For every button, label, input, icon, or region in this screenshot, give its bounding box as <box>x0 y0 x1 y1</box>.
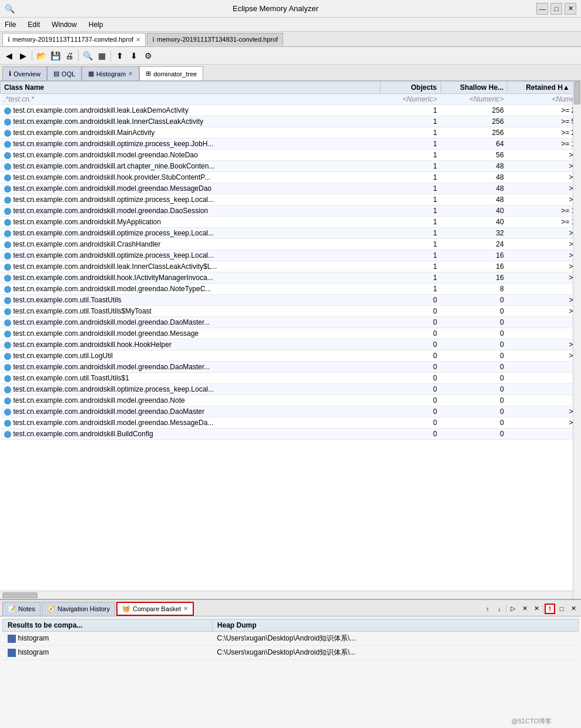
menu-file[interactable]: File <box>2 19 18 30</box>
toolbar-btn-9[interactable]: ⬇ <box>127 49 140 62</box>
table-row[interactable]: test.cn.example.com.util.ToastUtils00>= <box>1 295 581 306</box>
filter-shallow[interactable]: <Numeric> <box>441 94 508 105</box>
class-icon <box>4 364 11 371</box>
table-row[interactable]: test.cn.example.com.util.ToastUtils$MyTo… <box>1 306 581 317</box>
table-row[interactable]: test.cn.example.com.androidskill.leak.In… <box>1 116 581 127</box>
cell-objects: 0 <box>381 384 441 395</box>
bottom-btn-run[interactable]: ▷ <box>508 604 518 614</box>
close-button[interactable]: ✕ <box>565 3 576 15</box>
cell-retained <box>508 317 581 328</box>
minimize-button[interactable]: — <box>536 3 548 15</box>
table-row[interactable]: test.cn.example.com.androidskill.model.g… <box>1 183 581 194</box>
table-row[interactable]: test.cn.example.com.androidskill.hook.Ho… <box>1 339 581 350</box>
compare-row[interactable]: histogramC:\Users\xugan\Desktop\Android知… <box>3 646 579 660</box>
toolbar: ◀ ▶ 📂 💾 🖨 🔍 ▦ ⬆ ⬇ ⚙ <box>0 47 581 65</box>
horizontal-scrollbar[interactable] <box>0 591 581 599</box>
h-scrollbar-thumb[interactable] <box>2 592 38 598</box>
menu-window[interactable]: Window <box>49 19 79 30</box>
tab-histogram-close[interactable]: ✕ <box>128 70 133 77</box>
cell-retained: >= 1, <box>508 205 581 217</box>
table-row[interactable]: test.cn.example.com.androidskill.model.g… <box>1 328 581 339</box>
toolbar-btn-7[interactable]: ▦ <box>95 49 108 62</box>
table-row[interactable]: test.cn.example.com.androidskill.BuildCo… <box>1 429 581 440</box>
table-row[interactable]: test.cn.example.com.androidskill.hook.IA… <box>1 272 581 284</box>
bottom-tab-comparebasket[interactable]: 🧺 Compare Basket ✕ <box>116 602 194 616</box>
toolbar-btn-6[interactable]: 🔍 <box>81 49 94 62</box>
table-row[interactable]: test.cn.example.com.androidskill.MainAct… <box>1 127 581 139</box>
toolbar-btn-5[interactable]: 🖨 <box>63 49 76 62</box>
class-icon <box>4 431 11 438</box>
cell-objects: 1 <box>381 250 441 261</box>
table-row[interactable]: test.cn.example.com.androidskill.model.g… <box>1 317 581 328</box>
bottom-btn-close[interactable]: ✕ <box>531 604 542 614</box>
table-row[interactable]: test.cn.example.com.androidskill.model.g… <box>1 406 581 417</box>
window-controls[interactable]: — □ ✕ <box>536 3 576 15</box>
table-row[interactable]: test.cn.example.com.androidskill.model.g… <box>1 205 581 217</box>
table-row[interactable]: test.cn.example.com.androidskill.optimiz… <box>1 250 581 261</box>
bottom-btn-maximize[interactable]: □ <box>556 604 567 614</box>
toolbar-btn-8[interactable]: ⬆ <box>113 49 126 62</box>
class-icon <box>4 119 11 126</box>
bottom-tab-navhistory[interactable]: 🧭 Navigation History <box>42 602 115 616</box>
table-row[interactable]: test.cn.example.com.androidskill.model.g… <box>1 362 581 373</box>
comparebasket-close[interactable]: ✕ <box>183 605 188 612</box>
col-header-shallow[interactable]: Shallow He... <box>441 82 508 94</box>
col-header-objects[interactable]: Objects <box>381 82 441 94</box>
cell-shallow: 0 <box>441 373 508 384</box>
file-tab-2[interactable]: ℹ memory-20191113T134831-convted.hprof <box>147 33 283 46</box>
table-row[interactable]: test.cn.example.com.androidskill.art.cha… <box>1 161 581 172</box>
table-row[interactable]: test.cn.example.com.androidskill.CrashHa… <box>1 239 581 250</box>
table-row[interactable]: test.cn.example.com.androidskill.leak.In… <box>1 261 581 272</box>
table-row[interactable]: test.cn.example.com.androidskill.model.g… <box>1 150 581 161</box>
cell-shallow: 24 <box>441 239 508 250</box>
cell-classname: test.cn.example.com.androidskill.art.cha… <box>1 161 381 172</box>
toolbar-btn-3[interactable]: 📂 <box>35 49 48 62</box>
cell-shallow: 0 <box>441 339 508 350</box>
tab-histogram[interactable]: ▦ Histogram ✕ <box>82 66 139 80</box>
bottom-panel: 📝 Notes 🧭 Navigation History 🧺 Compare B… <box>0 599 581 728</box>
toolbar-btn-10[interactable]: ⚙ <box>142 49 155 62</box>
table-row[interactable]: test.cn.example.com.androidskill.optimiz… <box>1 228 581 239</box>
filter-classname[interactable]: .*test.cn.* <box>1 94 381 105</box>
cell-retained <box>508 429 581 440</box>
vertical-scrollbar[interactable] <box>573 81 581 599</box>
filter-retained[interactable]: <Numer <box>508 94 581 105</box>
file-tab-1[interactable]: ℹ memory-20191113T111737-convted.hprof ✕ <box>2 33 146 46</box>
cell-classname: test.cn.example.com.androidskill.MainAct… <box>1 127 381 139</box>
bottom-btn-clear[interactable]: ✕ <box>519 604 530 614</box>
table-row[interactable]: test.cn.example.com.androidskill.MyAppli… <box>1 217 581 228</box>
col-header-classname[interactable]: Class Name <box>1 82 381 94</box>
table-row[interactable]: test.cn.example.com.androidskill.optimiz… <box>1 194 581 205</box>
table-row[interactable]: test.cn.example.com.androidskill.leak.Le… <box>1 105 581 116</box>
tab-overview[interactable]: ℹ Overview <box>2 66 47 80</box>
scrollbar-thumb[interactable] <box>574 81 580 105</box>
table-row[interactable]: test.cn.example.com.util.ToastUtils$100 <box>1 373 581 384</box>
tab-dominator-tree[interactable]: ⊞ dominator_tree <box>139 66 203 80</box>
bottom-btn-x[interactable]: ✕ <box>568 604 579 614</box>
table-row[interactable]: test.cn.example.com.androidskill.optimiz… <box>1 139 581 150</box>
menu-help[interactable]: Help <box>86 19 106 30</box>
filter-objects[interactable]: <Numeric> <box>381 94 441 105</box>
bottom-btn-alert[interactable]: ! <box>545 604 555 614</box>
table-row[interactable]: test.cn.example.com.androidskill.model.g… <box>1 417 581 429</box>
bottom-btn-up[interactable]: ↑ <box>482 604 493 614</box>
filter-row[interactable]: .*test.cn.* <Numeric> <Numeric> <Numer <box>1 94 581 105</box>
toolbar-btn-1[interactable]: ◀ <box>2 49 15 62</box>
compare-row[interactable]: histogramC:\Users\xugan\Desktop\Android知… <box>3 632 579 646</box>
table-scroll[interactable]: Class Name Objects Shallow He... Retaine… <box>0 81 581 591</box>
bottom-btn-down[interactable]: ↓ <box>494 604 505 614</box>
cell-objects: 1 <box>381 183 441 194</box>
col-header-retained[interactable]: Retained H▲ ▲ <box>508 82 581 94</box>
file-tab-1-close[interactable]: ✕ <box>136 36 140 43</box>
menu-edit[interactable]: Edit <box>25 19 42 30</box>
table-row[interactable]: test.cn.example.com.util.LogUtil00>= <box>1 350 581 362</box>
table-row[interactable]: test.cn.example.com.androidskill.model.g… <box>1 284 581 295</box>
toolbar-btn-2[interactable]: ▶ <box>16 49 29 62</box>
table-row[interactable]: test.cn.example.com.androidskill.optimiz… <box>1 384 581 395</box>
bottom-tab-notes[interactable]: 📝 Notes <box>2 602 41 616</box>
toolbar-btn-4[interactable]: 💾 <box>49 49 62 62</box>
table-row[interactable]: test.cn.example.com.androidskill.hook.pr… <box>1 172 581 183</box>
tab-oql[interactable]: ▤ OQL <box>47 66 82 80</box>
table-row[interactable]: test.cn.example.com.androidskill.model.g… <box>1 395 581 406</box>
maximize-button[interactable]: □ <box>550 3 562 15</box>
